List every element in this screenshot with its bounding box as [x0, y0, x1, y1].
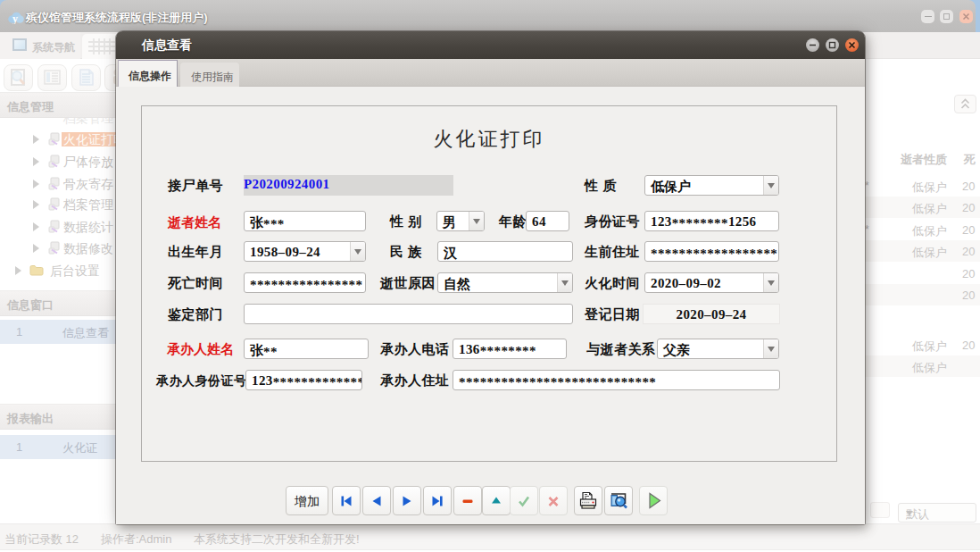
svg-text:y: y	[12, 13, 18, 24]
